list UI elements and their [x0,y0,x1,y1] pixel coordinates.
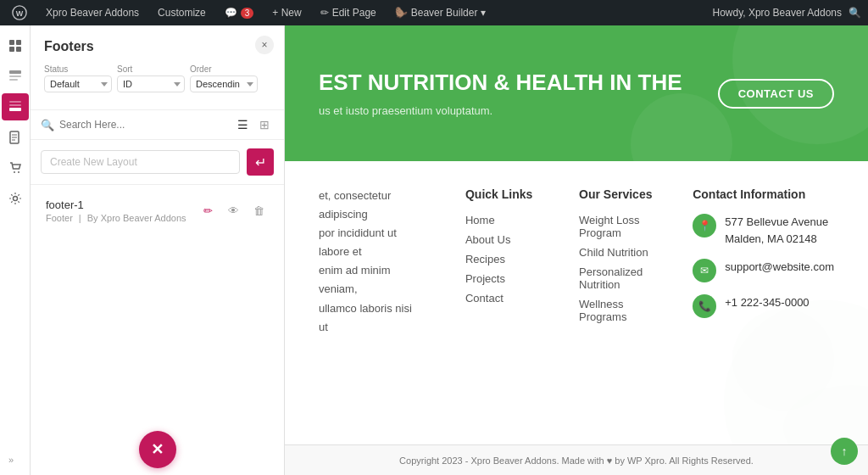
panel-header: Footers × Status Default Sort ID [31,25,284,110]
svg-rect-8 [9,79,18,81]
service-weight-loss[interactable]: Weight Loss Program [579,214,659,239]
layout-item-meta: Footer | By Xpro Beaver Addons [46,213,198,223]
layout-meta-type: Footer [46,213,73,223]
service-wellness-anchor[interactable]: Wellness Programs [579,298,626,323]
our-services-col: Our Services Weight Loss Program Child N… [579,187,659,419]
layout-item-actions: ✏ 👁 🗑 [198,201,269,221]
service-weight-loss-anchor[interactable]: Weight Loss Program [579,214,639,239]
services-list: Weight Loss Program Child Nutrition Pers… [579,214,659,323]
site-name-item[interactable]: Xpro Beaver Addons [41,0,144,25]
svg-point-17 [18,171,19,173]
link-about-anchor[interactable]: About Us [465,233,510,246]
contact-info-title: Contact Information [693,187,834,202]
search-icon: 🔍 [41,119,54,131]
service-child-nutrition-anchor[interactable]: Child Nutrition [579,246,648,259]
panel-footer: ✕ [31,424,284,475]
contact-address-text: 577 Bellevue Avenue Malden, MA 02148 [725,214,828,247]
comments-item[interactable]: 💬 3 [220,0,259,25]
create-layout-bar: ↵ [31,140,284,185]
sidebar-icon-3[interactable] [2,93,29,120]
status-filter-select[interactable]: Default [44,75,112,92]
expand-btn[interactable]: » [8,455,14,465]
svg-rect-9 [9,101,21,103]
footer-body-text: et, consectetur adipiscing por incididun… [319,187,431,419]
status-filter-group: Status Default [44,64,112,92]
service-personalized-anchor[interactable]: Personalized Nutrition [579,265,643,291]
service-child-nutrition[interactable]: Child Nutrition [579,246,659,259]
sidebar-icon-2[interactable] [2,63,29,90]
customize-item[interactable]: Customize [153,0,211,25]
panel-close-button[interactable]: × [255,36,274,54]
grid-view-button[interactable]: ⊞ [255,115,274,134]
layout-delete-button[interactable]: 🗑 [248,201,269,221]
edit-pencil-icon: ✏ [203,204,213,217]
layout-list: footer-1 Footer | By Xpro Beaver Addons … [31,185,284,424]
sidebar-icon-1[interactable] [2,32,29,59]
service-personalized[interactable]: Personalized Nutrition [579,265,659,291]
new-label: + New [272,7,301,19]
search-bar: 🔍 ☰ ⊞ [31,110,284,140]
svg-rect-11 [9,108,21,111]
svg-rect-6 [9,70,21,74]
customize-label: Customize [158,7,206,19]
layout-item-name: footer-1 [46,198,198,211]
new-item[interactable]: + New [267,0,306,25]
svg-rect-10 [9,104,21,106]
copyright-text: Copyright 2023 - Xpro Beaver Addons. Mad… [399,455,754,466]
email-icon: ✉ [693,259,716,282]
footer-icon [8,100,22,114]
create-layout-input[interactable] [41,150,240,174]
quick-links-title: Quick Links [465,187,545,202]
svg-rect-3 [16,40,21,45]
list-view-button[interactable]: ☰ [233,115,252,134]
link-home-anchor[interactable]: Home [465,214,495,226]
sort-filter-select[interactable]: ID [117,75,185,92]
link-contact-anchor[interactable]: Contact [465,292,504,305]
link-projects-anchor[interactable]: Projects [465,272,505,285]
sort-filter-label: Sort [117,64,185,74]
sidebar-icon-5[interactable] [2,154,29,182]
svg-rect-4 [9,47,14,52]
panel-close-x-button[interactable]: ✕ [139,431,176,468]
wp-logo-item[interactable]: W [7,0,32,25]
eye-icon: 👁 [228,204,239,217]
scroll-top-button[interactable]: ↑ [831,438,858,465]
wp-icon: W [12,5,27,20]
content-area: EST NUTRITION & HEALTH IN THE us et iust… [285,25,868,475]
layout-item[interactable]: footer-1 Footer | By Xpro Beaver Addons … [37,192,277,230]
layout-edit-button[interactable]: ✏ [198,201,218,221]
list-icon: ☰ [237,118,248,131]
hero-bg-deco-1 [732,25,868,144]
service-wellness[interactable]: Wellness Programs [579,298,659,323]
settings-icon [8,192,22,205]
trash-icon: 🗑 [253,204,264,217]
search-input[interactable] [59,119,228,131]
view-toggle: ☰ ⊞ [233,115,274,134]
beaver-builder-item[interactable]: 🦫 Beaver Builder ▾ [390,0,492,25]
link-about[interactable]: About Us [465,233,545,246]
sidebar-icon-6[interactable] [2,185,29,212]
our-services-title: Our Services [579,187,659,202]
sidebar-icon-4[interactable] [2,124,29,151]
layout-item-info: footer-1 Footer | By Xpro Beaver Addons [46,198,198,223]
admin-bar-left: W Xpro Beaver Addons Customize 💬 3 + New… [7,0,491,25]
link-recipes-anchor[interactable]: Recipes [465,253,505,265]
layout-preview-button[interactable]: 👁 [223,201,243,221]
link-recipes[interactable]: Recipes [465,253,545,265]
admin-search-icon[interactable]: 🔍 [849,7,861,19]
beaver-icon: 🦫 [395,7,408,19]
hero-section: EST NUTRITION & HEALTH IN THE us et iust… [285,25,868,161]
svg-rect-2 [9,40,14,45]
icon-sidebar: » [0,25,31,475]
create-layout-button[interactable]: ↵ [247,148,274,176]
order-filter-select[interactable]: Descending [190,75,258,92]
link-home[interactable]: Home [465,214,545,226]
edit-page-label: Edit Page [332,7,376,19]
layout-meta-sep: | [79,213,84,223]
edit-page-item[interactable]: ✏ Edit Page [315,0,381,25]
x-icon: ✕ [151,440,164,459]
link-projects[interactable]: Projects [465,272,545,285]
phone-icon: 📞 [693,294,716,318]
svg-text:W: W [16,9,24,18]
link-contact[interactable]: Contact [465,292,545,305]
